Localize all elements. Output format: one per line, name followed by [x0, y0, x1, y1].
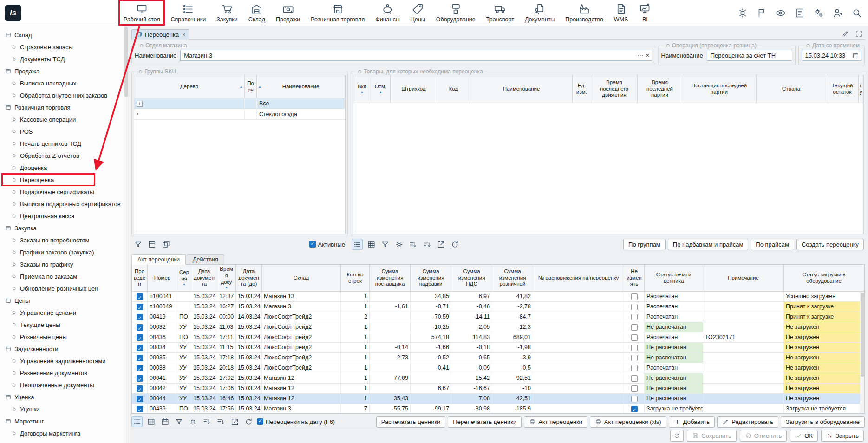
search-button[interactable]	[851, 7, 862, 19]
sidebar-item[interactable]: Приемка по заказам	[0, 270, 122, 282]
goods-column-header[interactable]: Наименование	[470, 75, 573, 103]
sidebar-item[interactable]: Розничные цены	[0, 331, 122, 343]
row-checkbox[interactable]	[137, 304, 143, 310]
sort-button[interactable]	[215, 416, 226, 427]
lookup-button[interactable]: ⋯	[637, 52, 643, 59]
module-catalog[interactable]: Справочники	[167, 1, 209, 25]
acts-column-header[interactable]: № распоряжения на переоценку	[533, 265, 624, 291]
clear-button[interactable]: ×	[646, 52, 649, 59]
acts-column-header[interactable]: Не изменять	[624, 265, 645, 291]
reprint-labels-button[interactable]: Перепечатать ценники	[448, 416, 522, 428]
sku-column-name[interactable]: ▲Наименование	[257, 75, 345, 98]
row-checkbox[interactable]	[631, 375, 638, 382]
row-checkbox[interactable]	[631, 345, 638, 351]
act-row[interactable]: 00034УУ15.03.2411:1515.03.24ЛюксСофтТрей…	[132, 343, 864, 353]
filter-button[interactable]	[132, 239, 144, 250]
sku-column-tree[interactable]: Дерево▲	[134, 75, 245, 98]
row-checkbox[interactable]	[137, 355, 143, 361]
collapse-icon[interactable]: ⊖	[138, 69, 143, 74]
settings-button[interactable]	[187, 416, 198, 427]
acts-column-header[interactable]: Примечание	[703, 265, 784, 291]
row-checkbox[interactable]	[137, 365, 143, 371]
sidebar-item[interactable]: Управление ценами	[0, 306, 122, 319]
sku-row[interactable]: +Все	[134, 98, 345, 109]
fullscreen-button[interactable]	[855, 30, 863, 38]
goods-column-header[interactable]: Время последней партии	[638, 75, 682, 103]
goods-column-header[interactable]: (у	[859, 75, 863, 103]
list-view-button[interactable]	[352, 239, 363, 250]
export-button[interactable]	[229, 416, 240, 427]
by-groups-button[interactable]: По группам	[623, 239, 666, 250]
row-checkbox[interactable]	[137, 385, 143, 392]
module-documents[interactable]: Документы	[521, 1, 558, 25]
sidebar-item[interactable]: Печать ценников ТСД	[0, 137, 122, 150]
notes-button[interactable]	[794, 7, 805, 19]
acts-column-header[interactable]: Статус загрузки в оборудование	[784, 265, 864, 291]
row-checkbox[interactable]	[137, 293, 143, 300]
tab-actions2[interactable]: Действия	[187, 254, 224, 264]
act-row[interactable]: 00044УУ15.03.2416:4615.03.24Магазин 1213…	[132, 394, 864, 404]
sidebar-item[interactable]: Выписка накладных	[0, 77, 122, 89]
create-revaluation-button[interactable]: Создать переоценку	[796, 239, 864, 250]
goods-column-header[interactable]: Код	[437, 75, 470, 103]
acts-column-header[interactable]: Сумма изменения надбавки	[411, 265, 451, 291]
sidebar-item[interactable]: Страховые запасы	[0, 41, 122, 53]
sidebar-item[interactable]: Подарочные сертификаты	[0, 186, 122, 198]
module-cart[interactable]: Закупки	[213, 1, 241, 25]
sku-row[interactable]: •Стеклопосуда	[134, 109, 345, 120]
acts-column-header[interactable]: Склад	[262, 265, 341, 291]
save-button[interactable]: Сохранить	[687, 430, 737, 442]
ok-button[interactable]: ОК	[790, 430, 818, 442]
collapse-icon[interactable]: ⊖	[666, 43, 670, 48]
row-checkbox[interactable]	[631, 355, 638, 361]
calendar-view-button[interactable]	[159, 416, 170, 427]
settings-button[interactable]	[813, 7, 824, 19]
row-checkbox[interactable]	[631, 334, 638, 341]
goods-column-header[interactable]: Отм.▲	[371, 75, 391, 103]
sidebar-group[interactable]: Цены	[0, 294, 122, 306]
group-list-button[interactable]	[407, 239, 418, 250]
acts-column-header[interactable]: Сумма изменения розничной	[492, 265, 533, 291]
sidebar-item[interactable]: Неоплаченные документы	[0, 379, 122, 391]
edit-button[interactable]: Редактировать	[717, 416, 778, 428]
goods-column-header[interactable]: Страна	[757, 75, 826, 103]
sidebar-item[interactable]: Управление задолженностями	[0, 355, 122, 367]
goods-column-header[interactable]: Текущий остаток	[826, 75, 859, 103]
module-prices[interactable]: Цены	[407, 1, 429, 25]
settings-button[interactable]	[393, 239, 405, 250]
row-checkbox[interactable]	[137, 396, 143, 402]
sidebar-scrollbar[interactable]	[124, 26, 128, 443]
row-checkbox[interactable]	[137, 375, 143, 382]
sidebar-item[interactable]: Переоценка	[0, 174, 122, 186]
store-name-input[interactable]: Магазин 3 ⋯ ×	[180, 50, 652, 61]
cancel-button[interactable]: Отменить	[740, 430, 787, 442]
flag-button[interactable]	[756, 7, 767, 19]
row-checkbox[interactable]	[631, 324, 638, 331]
row-checkbox[interactable]	[137, 345, 143, 351]
tab-revaluation-act[interactable]: Акт переоценки	[131, 254, 186, 265]
act-row[interactable]: п10004115.03.2412:3715.03.24Магазин 1313…	[132, 292, 864, 302]
goods-column-header[interactable]: Вкл▲	[353, 75, 371, 103]
active-checkbox[interactable]: Активные	[309, 241, 345, 248]
acts-column-header[interactable]: Номер	[148, 265, 177, 291]
row-checkbox[interactable]	[631, 293, 638, 300]
app-logo[interactable]: ls	[5, 5, 21, 21]
sidebar-item[interactable]: Текущие цены	[0, 319, 122, 331]
sidebar-group[interactable]: Маркетинг	[0, 415, 122, 427]
by-prices-button[interactable]: По прайсам	[751, 239, 794, 250]
acts-column-header[interactable]: Кол-во строк	[341, 265, 370, 291]
eye-button[interactable]	[775, 7, 786, 19]
sidebar-group[interactable]: Уценка	[0, 391, 122, 403]
acts-column-header[interactable]: Сумма изменения поставщика	[370, 265, 411, 291]
tab-close-icon[interactable]: ×	[182, 32, 185, 38]
edit-form-button[interactable]	[842, 30, 849, 38]
filter-button[interactable]	[379, 239, 391, 250]
sidebar-item[interactable]: Документы ТСД	[0, 53, 122, 65]
grid-view-button[interactable]	[145, 416, 157, 427]
user-key-button[interactable]	[832, 7, 843, 19]
row-checkbox[interactable]	[137, 324, 143, 331]
close-button[interactable]: Закрыть	[821, 430, 864, 442]
sidebar-item[interactable]: Заказы по потребностям	[0, 234, 122, 246]
sidebar-group[interactable]: Задолженности	[0, 343, 122, 355]
act-row[interactable]: 00032УУ15.03.2411:0315.03.24ЛюксСофтТрей…	[132, 322, 864, 332]
